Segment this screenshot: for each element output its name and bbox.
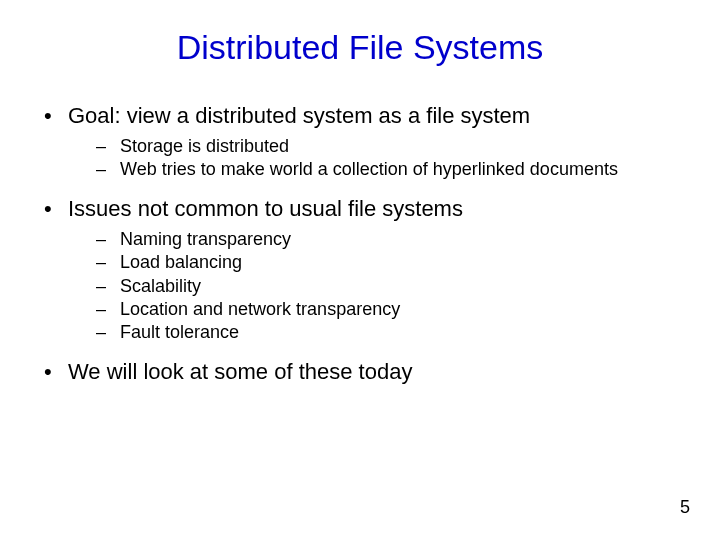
slide-title: Distributed File Systems (30, 28, 690, 67)
bullet-text: Goal: view a distributed system as a fil… (68, 103, 530, 128)
sub-bullet-item: Location and network transparency (96, 298, 690, 321)
sub-bullet-item: Web tries to make world a collection of … (96, 158, 690, 181)
bullet-item: Issues not common to usual file systems … (38, 196, 690, 345)
sub-bullet-item: Load balancing (96, 251, 690, 274)
sub-bullet-list: Naming transparency Load balancing Scala… (68, 228, 690, 345)
page-number: 5 (680, 497, 690, 518)
sub-bullet-item: Storage is distributed (96, 135, 690, 158)
bullet-item: We will look at some of these today (38, 359, 690, 385)
sub-bullet-item: Fault tolerance (96, 321, 690, 344)
bullet-item: Goal: view a distributed system as a fil… (38, 103, 690, 182)
sub-bullet-item: Naming transparency (96, 228, 690, 251)
bullet-text: We will look at some of these today (68, 359, 412, 384)
sub-bullet-item: Scalability (96, 275, 690, 298)
sub-bullet-list: Storage is distributed Web tries to make… (68, 135, 690, 182)
bullet-list: Goal: view a distributed system as a fil… (30, 103, 690, 385)
bullet-text: Issues not common to usual file systems (68, 196, 463, 221)
